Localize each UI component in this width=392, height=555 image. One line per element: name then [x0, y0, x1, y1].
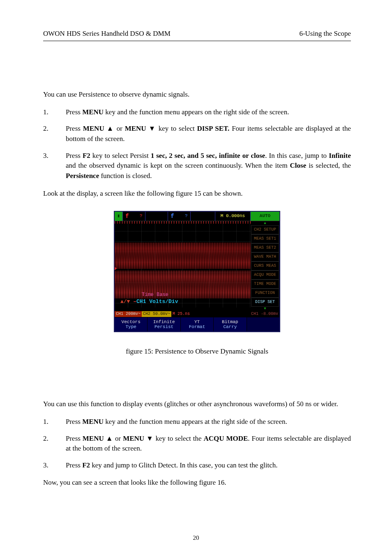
status-row: CH1 200mv~ CH2 50.0mv~ M 25.ns CH1 -8.00…: [115, 311, 279, 317]
svg-rect-1: [115, 271, 251, 298]
step-text: Press F2 key to select Persist 1 sec, 2 …: [66, 152, 351, 180]
step-3: 3. Press F2 key to select Persist 1 sec,…: [43, 151, 351, 181]
step-text: Press MENU key and the function menu app…: [66, 108, 289, 116]
peak-detect-intro: You can use this function to display eve…: [43, 399, 351, 409]
status-ch2: CH2 50.0mv~: [142, 311, 171, 317]
figure-caption-15: figure 15: Persistence to Observe Dynami…: [43, 347, 351, 357]
top-auto: AUTO: [251, 212, 279, 221]
fkey-empty: [247, 317, 279, 331]
status-ch1-offset: CH1 -8.00mv: [250, 311, 279, 317]
page-header: OWON HDS Series Handheld DSO & DMM 6-Usi…: [43, 29, 351, 41]
scope-body: Time Base ▲/▼ –CH1 Volts/Div ▲ CH2 SETUP…: [115, 221, 279, 311]
step-1: 1. Press MENU key and the function menu …: [43, 107, 351, 118]
step-text: Press MENU ▲ or MENU ▼ key to select DIS…: [66, 125, 351, 143]
side-time-mode: TIME MODE: [251, 280, 279, 289]
side-curs-meas: CURS MEAS: [251, 261, 279, 271]
scope-screen: ▮ f ? f ? M 0.000ns AUTO: [114, 211, 280, 332]
step-1b: 1. Press MENU key and the function menu …: [43, 417, 351, 427]
fkey-persist: InfinitePersist: [147, 317, 180, 331]
timebase-label: Time Base: [142, 291, 168, 298]
step-number: 1.: [43, 417, 53, 427]
header-right: 6-Using the Scope: [299, 29, 351, 39]
page: OWON HDS Series Handheld DSO & DMM 6-Usi…: [0, 0, 392, 555]
step-2b: 2. Press MENU ▲ or MENU ▼ key to select …: [43, 434, 351, 454]
status-ch1: CH1 200mv~: [115, 311, 142, 317]
menu-down-arrow-icon: ▼: [251, 307, 279, 311]
status-m: M 25.ns: [171, 311, 191, 317]
plot-area: Time Base ▲/▼ –CH1 Volts/Div: [115, 221, 251, 308]
menu-up-arrow-icon: ▲: [251, 221, 279, 225]
closing-paragraph: Now, you can see a screen that looks lik…: [43, 478, 351, 488]
waveform-lower: [115, 271, 251, 298]
step-text: Press MENU key and the function menu app…: [66, 418, 287, 426]
side-acqu-mode: ACQU MODE: [251, 271, 279, 280]
steps-list-2: 1. Press MENU key and the function menu …: [43, 417, 351, 471]
header-left: OWON HDS Series Handheld DSO & DMM: [43, 29, 171, 39]
waveform-upper: [115, 243, 251, 269]
section-heading-peak-detect: Peak Detect: [43, 379, 351, 392]
fkey-carry: BitmapCarry: [213, 317, 246, 331]
side-function: FUNCTION: [251, 289, 279, 298]
fkeys-row: VectorsType InfinitePersist YTFormat Bit…: [115, 317, 279, 331]
plot-ticks-top: [115, 221, 251, 224]
side-ch2-setup: CH2 SETUP: [251, 225, 279, 234]
intro-paragraph: You can use Persistence to observe dynam…: [43, 90, 351, 100]
step-text: Press F2 key and jump to Glitch Detect. …: [66, 461, 278, 469]
step-text: Press MENU ▲ or MENU ▼ key to select the…: [66, 435, 351, 453]
side-menu: ▲ CH2 SETUP MEAS SET1 MEAS SET2 WAVE MAT…: [251, 221, 279, 311]
fkey-type: VectorsType: [115, 317, 147, 331]
top-mtime: M 0.000ns: [215, 212, 251, 221]
side-meas-set2: MEAS SET2: [251, 243, 279, 252]
side-meas-set1: MEAS SET1: [251, 234, 279, 243]
volts-div-label: ▲/▼ –CH1 Volts/Div: [120, 298, 178, 306]
svg-rect-0: [115, 243, 251, 269]
section-heading-persistence: Persistence: [43, 70, 351, 82]
top-f3: f ?: [168, 212, 191, 221]
steps-list-1: 1. Press MENU key and the function menu …: [43, 107, 351, 181]
side-disp-set: DISP SET: [251, 298, 279, 307]
step-number: 2.: [43, 124, 53, 134]
fkey-format: YTFormat: [180, 317, 213, 331]
top-f1: f ?: [123, 212, 145, 221]
step-number: 3.: [43, 460, 53, 471]
step-number: 1.: [43, 107, 53, 118]
top-spacer: [191, 212, 215, 221]
step-number: 2.: [43, 434, 53, 444]
step-2: 2. Press MENU ▲ or MENU ▼ key to select …: [43, 124, 351, 144]
top-f2: [145, 212, 168, 221]
scope-top-bar: ▮ f ? f ? M 0.000ns AUTO: [115, 212, 279, 221]
page-number: 20: [0, 534, 392, 543]
power-icon: ▮: [115, 212, 123, 221]
figure-15: ▮ f ? f ? M 0.000ns AUTO: [43, 211, 351, 332]
side-wave-math: WAVE MATH: [251, 252, 279, 261]
step-3b: 3. Press F2 key and jump to Glitch Detec…: [43, 460, 351, 471]
look-paragraph: Look at the display, a screen like the f…: [43, 189, 351, 199]
step-number: 3.: [43, 151, 53, 161]
